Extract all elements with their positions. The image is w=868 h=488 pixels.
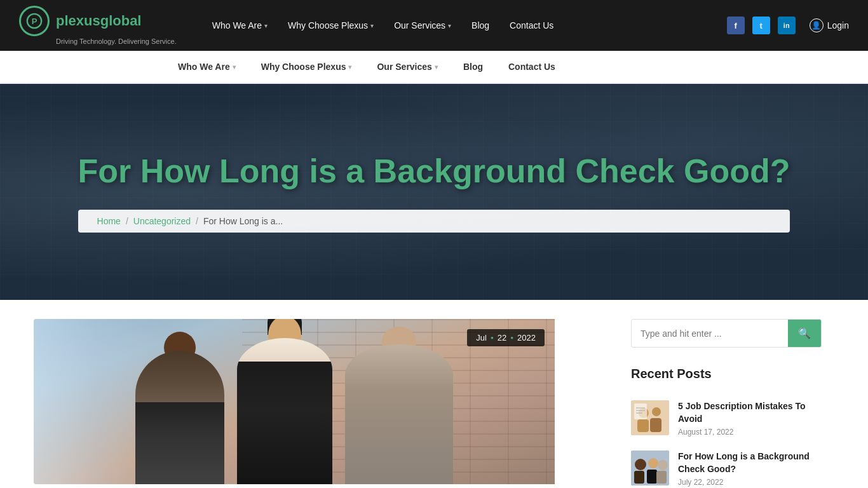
social-icons: f t in 👤 Login — [727, 17, 849, 34]
date-badge: Jul ● 22 ● 2022 — [467, 329, 545, 346]
linkedin-icon[interactable]: in — [778, 17, 796, 34]
svg-rect-5 — [637, 419, 649, 432]
svg-rect-15 — [634, 471, 644, 484]
person-1 — [135, 351, 224, 484]
breadcrumb-current: For How Long is a... — [203, 216, 283, 226]
recent-post-item[interactable]: 5 Job Description Mistakes To Avoid Augu… — [631, 400, 822, 437]
date-dot: ● — [491, 335, 494, 341]
search-icon: 🔍 — [798, 328, 811, 339]
hero-title: For How Long is a Background Check Good? — [78, 151, 790, 191]
recent-post-info: For How Long is a Background Check Good?… — [678, 451, 822, 487]
recent-post-thumbnail — [631, 400, 669, 435]
twitter-icon[interactable]: t — [752, 17, 770, 34]
article-area: Jul ● 22 ● 2022 — [34, 319, 606, 488]
sticky-nav-contact-us[interactable]: Contact Us — [496, 50, 568, 83]
logo-tagline: Driving Technology. Delivering Service. — [56, 37, 177, 45]
recent-post-title: For How Long is a Background Check Good? — [678, 451, 822, 475]
svg-point-14 — [658, 460, 668, 470]
header: P plexusglobal Driving Technology. Deliv… — [0, 0, 868, 51]
logo-text: plexusglobal — [56, 13, 141, 29]
date-dot-2: ● — [510, 335, 513, 341]
recent-posts-section: Recent Posts — [631, 367, 822, 487]
post-thumb-1 — [631, 400, 669, 435]
svg-rect-17 — [656, 471, 667, 484]
svg-rect-16 — [647, 470, 657, 484]
sticky-nav-why-choose[interactable]: Why Choose Plexus ▾ — [248, 50, 365, 83]
person-2 — [237, 338, 332, 484]
main-content: Jul ● 22 ● 2022 🔍 Recent Posts — [21, 300, 847, 488]
recent-post-item[interactable]: For How Long is a Background Check Good?… — [631, 451, 822, 487]
facebook-icon[interactable]: f — [727, 17, 745, 34]
hero-content: For How Long is a Background Check Good?… — [78, 151, 790, 233]
date-month: Jul — [476, 333, 487, 342]
breadcrumb: Home / Uncategorized / For How Long is a… — [78, 210, 790, 233]
sticky-nav-our-services[interactable]: Our Services ▾ — [364, 50, 450, 83]
person-1-body — [135, 351, 224, 484]
breadcrumb-separator: / — [196, 216, 198, 226]
chevron-down-icon: ▾ — [348, 64, 351, 71]
main-nav: Who We Are ▾ Why Choose Plexus ▾ Our Ser… — [202, 14, 727, 37]
recent-posts-title: Recent Posts — [631, 367, 822, 388]
svg-point-13 — [648, 458, 658, 468]
recent-post-title: 5 Job Description Mistakes To Avoid — [678, 400, 822, 425]
search-box: 🔍 — [631, 319, 822, 348]
recent-post-thumbnail — [631, 451, 669, 485]
person-3-body — [345, 344, 453, 484]
recent-post-info: 5 Job Description Mistakes To Avoid Augu… — [678, 400, 822, 437]
breadcrumb-home[interactable]: Home — [97, 216, 121, 226]
search-button[interactable]: 🔍 — [788, 320, 821, 347]
date-day: 22 — [498, 333, 506, 342]
login-button[interactable]: 👤 Login — [810, 18, 849, 32]
breadcrumb-uncategorized[interactable]: Uncategorized — [133, 216, 191, 226]
chevron-down-icon: ▾ — [448, 22, 451, 29]
sticky-nav-who-we-are[interactable]: Who We Are ▾ — [165, 50, 248, 83]
recent-post-date: July 22, 2022 — [678, 478, 822, 487]
svg-rect-7 — [634, 403, 647, 419]
svg-point-12 — [635, 459, 646, 470]
svg-rect-6 — [650, 418, 661, 432]
logo-area: P plexusglobal Driving Technology. Deliv… — [19, 6, 177, 45]
logo-icon: P — [19, 6, 50, 36]
nav-contact-us[interactable]: Contact Us — [499, 14, 564, 37]
sticky-nav: Who We Are ▾ Why Choose Plexus ▾ Our Ser… — [0, 51, 868, 84]
chevron-down-icon: ▾ — [435, 64, 438, 71]
sticky-nav-blog[interactable]: Blog — [451, 50, 496, 83]
breadcrumb-separator: / — [126, 216, 128, 226]
search-input[interactable] — [632, 321, 788, 346]
date-year: 2022 — [517, 333, 536, 342]
user-icon: 👤 — [810, 18, 824, 32]
nav-why-choose[interactable]: Why Choose Plexus ▾ — [278, 14, 384, 37]
article-image: Jul ● 22 ● 2022 — [34, 319, 555, 484]
article-image-wrap: Jul ● 22 ● 2022 — [34, 319, 606, 484]
chevron-down-icon: ▾ — [233, 64, 236, 71]
person-2-body — [237, 338, 332, 484]
nav-who-we-are[interactable]: Who We Are ▾ — [202, 14, 278, 37]
chevron-down-icon: ▾ — [264, 22, 268, 29]
person-3 — [345, 344, 453, 484]
svg-point-4 — [652, 407, 661, 416]
nav-our-services[interactable]: Our Services ▾ — [384, 14, 461, 37]
svg-text:P: P — [32, 17, 37, 26]
nav-blog[interactable]: Blog — [461, 14, 499, 37]
sidebar: 🔍 Recent Posts — [631, 319, 822, 488]
post-thumb-2 — [631, 451, 669, 485]
chevron-down-icon: ▾ — [370, 22, 374, 29]
hero-section: For How Long is a Background Check Good?… — [0, 84, 868, 300]
recent-post-date: August 17, 2022 — [678, 428, 822, 437]
